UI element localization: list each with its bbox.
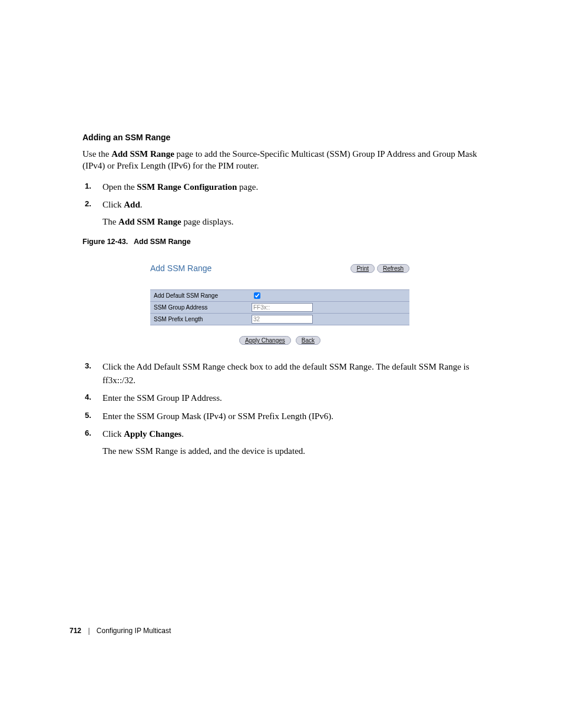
- refresh-button[interactable]: Refresh: [377, 264, 409, 273]
- step-2-sub-a: The: [103, 217, 118, 226]
- steps-list-bottom: Click the Add Default SSM Range check bo…: [82, 360, 494, 457]
- figure-caption: Figure 12-43. Add SSM Range: [82, 238, 494, 246]
- step-2: Click Add. The Add SSM Range page displa…: [103, 198, 494, 228]
- figure-bottom-buttons: Apply Changes Back: [150, 336, 409, 345]
- section-heading: Adding an SSM Range: [82, 133, 494, 142]
- step-6-sub: The new SSM Range is added, and the devi…: [103, 444, 494, 458]
- row-prefix-length: SSM Prefix Length: [150, 314, 409, 325]
- figure-caption-title: Add SSM Range: [134, 238, 191, 246]
- cell-rest-1: [316, 290, 409, 302]
- step-1: Open the SSM Range Configuration page.: [103, 180, 494, 194]
- figure-caption-number: Figure 12-43.: [82, 238, 128, 246]
- step-6-text-a: Click: [103, 429, 124, 439]
- step-2-bold: Add: [124, 200, 140, 209]
- back-button[interactable]: Back: [296, 336, 320, 345]
- apply-changes-button[interactable]: Apply Changes: [239, 336, 291, 345]
- label-add-default: Add Default SSM Range: [150, 290, 252, 302]
- ssm-group-address-input[interactable]: [252, 303, 313, 312]
- figure-top-buttons: Print Refresh: [351, 264, 409, 273]
- page-number: 712: [70, 627, 81, 635]
- figure-header: Add SSM Range Print Refresh: [150, 263, 409, 273]
- step-4: Enter the SSM Group IP Address.: [103, 391, 494, 405]
- step-1-bold: SSM Range Configuration: [137, 182, 237, 192]
- figure-title: Add SSM Range: [150, 263, 211, 273]
- ssm-prefix-length-input[interactable]: [252, 315, 313, 324]
- cell-prefix-length: [252, 314, 316, 325]
- step-5: Enter the SSM Group Mask (IPv4) or SSM P…: [103, 410, 494, 423]
- row-group-address: SSM Group Address: [150, 302, 409, 314]
- step-6-text-c: .: [181, 429, 184, 439]
- step-2-text-c: .: [140, 200, 143, 209]
- step-1-text-c: page.: [237, 182, 258, 192]
- intro-paragraph: Use the Add SSM Range page to add the So…: [82, 148, 494, 172]
- row-add-default: Add Default SSM Range: [150, 290, 409, 302]
- label-group-address: SSM Group Address: [150, 302, 252, 314]
- page-footer: 712 | Configuring IP Multicast: [70, 627, 171, 635]
- add-default-ssm-checkbox[interactable]: [254, 292, 260, 299]
- step-3: Click the Add Default SSM Range check bo…: [103, 360, 494, 387]
- footer-chapter: Configuring IP Multicast: [97, 627, 171, 635]
- step-1-text-a: Open the: [103, 182, 137, 192]
- step-6: Click Apply Changes. The new SSM Range i…: [103, 427, 494, 457]
- intro-bold: Add SSM Range: [111, 149, 174, 159]
- step-2-sub-bold: Add SSM Range: [118, 217, 181, 226]
- footer-separator: |: [88, 627, 90, 635]
- print-button[interactable]: Print: [351, 264, 375, 273]
- cell-group-address: [252, 302, 316, 314]
- intro-prefix: Use the: [82, 149, 111, 159]
- step-6-bold: Apply Changes: [124, 429, 181, 439]
- figure-form-table: Add Default SSM Range SSM Group Address …: [150, 289, 409, 325]
- add-ssm-range-figure: Add SSM Range Print Refresh Add Default …: [150, 263, 409, 345]
- cell-rest-2: [316, 302, 409, 314]
- label-prefix-length: SSM Prefix Length: [150, 314, 252, 325]
- step-2-sub-c: page displays.: [181, 217, 234, 226]
- steps-list-top: Open the SSM Range Configuration page. C…: [82, 180, 494, 229]
- cell-checkbox: [252, 290, 316, 302]
- cell-rest-3: [316, 314, 409, 325]
- step-2-sub: The Add SSM Range page displays.: [103, 215, 494, 229]
- step-2-text-a: Click: [103, 200, 124, 209]
